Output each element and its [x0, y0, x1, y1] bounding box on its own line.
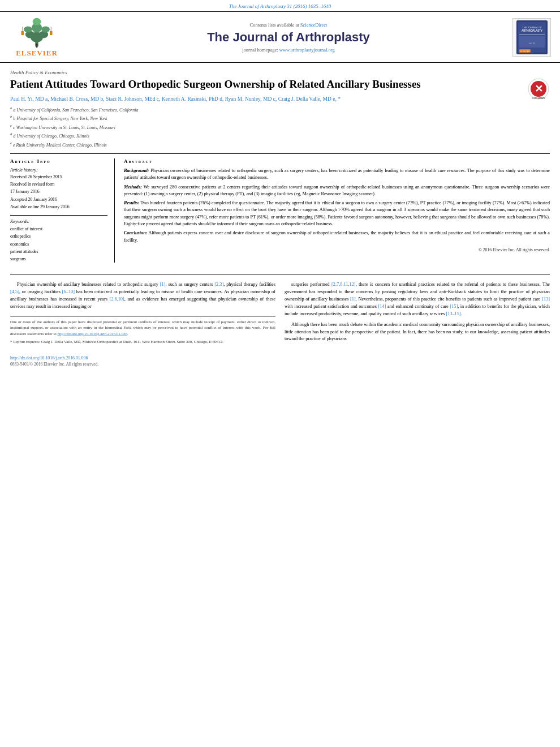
citation-text: The Journal of Arthroplasty 31 (2016) 16…: [229, 3, 331, 9]
svg-point-7: [33, 18, 41, 25]
sciencedirect-link[interactable]: ScienceDirect: [300, 22, 328, 28]
abstract-methods: Methods: We surveyed 280 consecutive pat…: [124, 184, 550, 198]
svg-rect-19: [519, 36, 545, 48]
affiliation-b: b b Hospital for Special Surgery, New Yo…: [10, 114, 550, 122]
crossmark-icon: ✕ CrossMark: [527, 78, 550, 100]
journal-logo-right: THE JOURNAL OF ARTHROPLASTY Vol. 31 ELSE…: [509, 18, 554, 57]
svg-rect-18: [519, 34, 545, 35]
abstract-conclusion: Conclusion: Although patients express co…: [124, 230, 550, 244]
section-tag: Health Policy & Economics: [10, 70, 550, 75]
footnote-doi-link[interactable]: http://dx.doi.org/10.1016/j.arth.2016.01…: [58, 332, 127, 336]
main-content: Health Policy & Economics Patient Attitu…: [0, 63, 560, 268]
affiliation-c: c c Washington University in St. Louis, …: [10, 123, 550, 131]
svg-text:ELSEVIER: ELSEVIER: [520, 50, 530, 52]
abstract-background: Background: Physician ownership of busin…: [124, 168, 550, 182]
svg-rect-8: [21, 31, 24, 35]
journal-header: ELSEVIER Contents lists available at Sci…: [0, 11, 560, 63]
body-para-1: Physician ownership of ancillary busines…: [10, 281, 275, 310]
body-section: Physician ownership of ancillary busines…: [0, 274, 560, 353]
journal-logo-box: THE JOURNAL OF ARTHROPLASTY Vol. 31 ELSE…: [512, 18, 551, 57]
svg-text:CrossMark: CrossMark: [532, 97, 545, 100]
journal-homepage-link[interactable]: www.arthroplastyjournal.org: [279, 47, 335, 53]
footnote-1: One or more of the authors of this paper…: [10, 319, 275, 337]
doi-link[interactable]: http://dx.doi.org/10.1016/j.arth.2016.01…: [10, 355, 88, 360]
svg-rect-10: [50, 31, 53, 35]
footnote-section: One or more of the authors of this paper…: [10, 316, 275, 345]
body-para-right-2: Although there has been much debate with…: [285, 321, 550, 344]
svg-text:Vol. 31: Vol. 31: [529, 42, 535, 45]
doi-footer: http://dx.doi.org/10.1016/j.arth.2016.01…: [0, 353, 560, 362]
abstract-panel: Abstract Background: Physician ownership…: [124, 158, 550, 263]
svg-point-5: [24, 26, 32, 32]
affiliation-d: d d University of Chicago, Chicago, Illi…: [10, 131, 550, 140]
article-title: Patient Attitudes Toward Orthopedic Surg…: [10, 78, 550, 92]
info-divider: [10, 215, 107, 216]
journal-center: Contents lists available at ScienceDirec…: [74, 22, 503, 53]
journal-homepage: journal homepage: www.arthroplastyjourna…: [74, 47, 503, 53]
svg-rect-13: [36, 45, 38, 48]
body-right-col: surgeries performed [2,7,8,11,12], there…: [285, 281, 550, 346]
journal-citation: The Journal of Arthroplasty 31 (2016) 16…: [0, 0, 560, 11]
abstract-results: Results: Two hundred fourteen patients (…: [124, 200, 550, 227]
body-left-col: Physician ownership of ancillary busines…: [10, 281, 275, 346]
body-para-right-1: surgeries performed [2,7,8,11,12], there…: [285, 281, 550, 317]
abstract-title: Abstract: [124, 158, 550, 164]
issn-footer: 0883-5403/© 2016 Elsevier Inc. All right…: [0, 362, 560, 371]
article-dates: Received 26 September 2015 Received in r…: [10, 173, 107, 211]
article-history-label: Article history:: [10, 168, 107, 173]
svg-point-12: [36, 44, 38, 46]
authors-line: Paul H. Yi, MD a, Michael B. Cross, MD b…: [10, 96, 550, 102]
elsevier-logo: ELSEVIER: [6, 16, 68, 58]
keywords-list: conflict of interest orthopedics economi…: [10, 225, 107, 263]
journal-title: The Journal of Arthroplasty: [74, 30, 503, 45]
affiliation-e: e e Rush University Medical Center, Chic…: [10, 140, 550, 149]
elsevier-tree-icon: [17, 16, 57, 48]
copyright-line: © 2016 Elsevier Inc. All rights reserved…: [124, 247, 550, 252]
article-info-title: Article Info: [10, 158, 107, 164]
svg-text:ARTHROPLASTY: ARTHROPLASTY: [522, 29, 542, 32]
journal-cover-icon: THE JOURNAL OF ARTHROPLASTY Vol. 31 ELSE…: [516, 20, 548, 54]
svg-point-6: [41, 26, 50, 32]
svg-text:THE JOURNAL OF: THE JOURNAL OF: [522, 26, 542, 29]
elsevier-brand-text: ELSEVIER: [16, 49, 58, 58]
article-info-panel: Article Info Article history: Received 2…: [10, 158, 115, 263]
affiliations: a a University of California, San Franci…: [10, 105, 550, 149]
affiliation-a: a a University of California, San Franci…: [10, 105, 550, 114]
footnote-2: * Reprint requests: Craig J. Della Valle…: [10, 339, 275, 345]
article-info-abstract: Article Info Article history: Received 2…: [10, 153, 550, 263]
svg-text:✕: ✕: [535, 83, 543, 95]
keywords-label: Keywords:: [10, 219, 107, 224]
contents-line: Contents lists available at ScienceDirec…: [74, 22, 503, 28]
